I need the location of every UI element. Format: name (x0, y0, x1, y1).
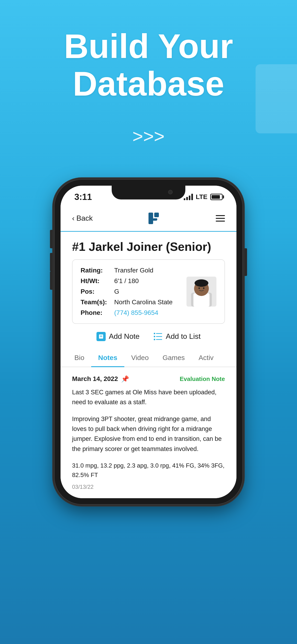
tab-video[interactable]: Video (124, 349, 156, 367)
add-note-label: Add Note (109, 332, 140, 341)
lte-label: LTE (196, 193, 208, 200)
app-header: ‹ Back (60, 206, 236, 232)
signal-icon (184, 194, 193, 200)
hero-title: Build Your Database (64, 28, 233, 103)
tab-games[interactable]: Games (156, 349, 192, 367)
status-time: 3:11 (74, 192, 92, 202)
note-header: March 14, 2022 📌 Evaluation Note (72, 375, 225, 383)
stat-row-htwt: Ht/Wt: 6'1 / 180 (80, 277, 173, 285)
svg-point-8 (203, 288, 204, 289)
tab-activity[interactable]: Activ (192, 349, 220, 367)
add-note-button[interactable]: Add Note (96, 332, 140, 341)
status-icons: LTE (184, 193, 223, 200)
phone-notch (112, 186, 185, 200)
svg-rect-1 (154, 212, 159, 217)
svg-rect-14 (154, 336, 155, 337)
note-icon (96, 332, 106, 341)
status-bar: 3:11 LTE (60, 186, 236, 206)
menu-line-3 (216, 221, 225, 222)
phone-value[interactable]: (774) 855-9654 (114, 309, 158, 316)
svg-rect-12 (154, 333, 155, 334)
player-stats: Rating: Transfer Gold Ht/Wt: 6'1 / 180 P… (80, 267, 173, 316)
note-stats: 31.0 mpg, 13.2 ppg, 2.3 apg, 3.0 rpg, 41… (72, 461, 225, 480)
add-to-list-button[interactable]: Add to List (153, 332, 200, 341)
hero-section: Build Your Database >>> (0, 0, 297, 161)
stat-row-rating: Rating: Transfer Gold (80, 267, 173, 274)
stat-row-pos: Pos: G (80, 288, 173, 295)
add-to-list-label: Add to List (166, 332, 200, 341)
rating-label: Rating: (80, 267, 110, 274)
camera-icon (168, 190, 173, 194)
note-date: March 14, 2022 📌 (72, 375, 129, 383)
action-buttons-row: Add Note Add to List (60, 324, 236, 349)
tab-bio[interactable]: Bio (68, 349, 91, 367)
pin-icon: 📌 (121, 375, 129, 383)
svg-rect-2 (152, 218, 158, 221)
svg-point-6 (194, 280, 208, 287)
player-title: #1 Jarkel Joiner (Senior) (72, 240, 225, 254)
tabs-navigation: Bio Notes Video Games Activ (60, 349, 236, 367)
note-text-1: Last 3 SEC games at Ole Miss have been u… (72, 388, 225, 407)
teams-value: North Carolina State (114, 298, 173, 306)
notes-content: March 14, 2022 📌 Evaluation Note Last 3 … (60, 367, 236, 498)
stat-row-teams: Team(s): North Carolina State (80, 298, 173, 306)
note-type-badge: Evaluation Note (180, 376, 225, 382)
chevron-icon: >>> (132, 126, 164, 147)
app-logo (146, 210, 162, 226)
phone-label: Phone: (80, 309, 110, 316)
back-button[interactable]: ‹ Back (72, 214, 93, 222)
list-icon (153, 332, 162, 341)
phone-mockup: 3:11 LTE ‹ B (54, 179, 243, 644)
player-header: #1 Jarkel Joiner (Senior) (60, 232, 236, 259)
note-timestamp: 03/13/22 (72, 484, 225, 490)
phone-screen: 3:11 LTE ‹ B (60, 186, 236, 498)
phone-frame: 3:11 LTE ‹ B (54, 179, 243, 505)
player-info-card: Rating: Transfer Gold Ht/Wt: 6'1 / 180 P… (72, 259, 225, 324)
menu-line-2 (216, 218, 225, 219)
htwt-value: 6'1 / 180 (114, 277, 139, 285)
svg-rect-0 (148, 212, 153, 224)
pos-value: G (114, 288, 119, 295)
stat-row-phone: Phone: (774) 855-9654 (80, 309, 173, 316)
pos-label: Pos: (80, 288, 110, 295)
menu-line-1 (216, 215, 225, 216)
back-chevron-icon: ‹ (72, 214, 74, 222)
back-label[interactable]: Back (76, 214, 93, 222)
rating-value: Transfer Gold (114, 267, 153, 274)
svg-rect-16 (154, 339, 155, 340)
svg-point-7 (198, 288, 200, 289)
teams-label: Team(s): (80, 298, 110, 306)
menu-button[interactable] (216, 215, 225, 222)
battery-icon (210, 194, 223, 200)
player-photo (186, 277, 216, 306)
note-text-2: Improving 3PT shooter, great midrange ga… (72, 414, 225, 454)
tab-notes[interactable]: Notes (91, 349, 124, 367)
htwt-label: Ht/Wt: (80, 277, 110, 285)
chevrons-decoration: >>> (132, 126, 164, 147)
